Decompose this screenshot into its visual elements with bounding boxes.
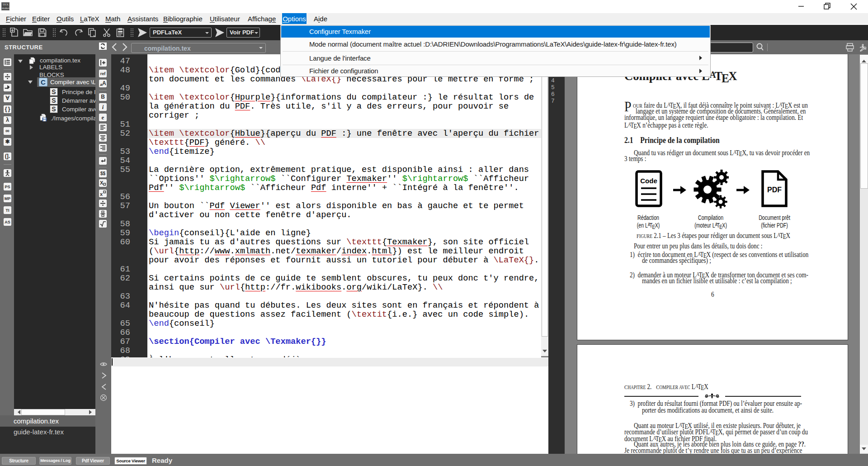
svg-text:Code: Code (640, 177, 657, 185)
svg-text:X: X (100, 180, 104, 185)
svg-text:x: x (100, 191, 103, 197)
svg-text:A: A (102, 80, 106, 86)
svg-text:PDF: PDF (767, 186, 782, 194)
